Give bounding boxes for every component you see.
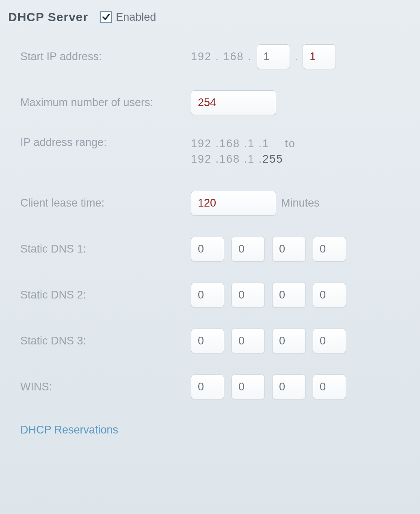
- dns1-octet3-input[interactable]: [272, 237, 305, 261]
- enabled-checkbox-group: Enabled: [100, 11, 156, 24]
- max-users-label: Maximum number of users:: [20, 96, 191, 109]
- max-users-input[interactable]: [191, 90, 276, 115]
- dns2-octet3-input[interactable]: [272, 283, 305, 307]
- ip-range-label: IP address range:: [20, 136, 191, 149]
- lease-time-label: Client lease time:: [20, 197, 191, 209]
- dns1-label: Static DNS 1:: [20, 243, 191, 255]
- dns1-octet4-input[interactable]: [313, 237, 346, 261]
- enabled-checkbox[interactable]: [100, 11, 112, 23]
- lease-time-input[interactable]: [191, 191, 276, 216]
- dns2-octet4-input[interactable]: [313, 283, 346, 307]
- wins-octet2-input[interactable]: [232, 375, 265, 399]
- lease-time-unit: Minutes: [281, 197, 320, 209]
- start-ip-octet4-input[interactable]: [303, 44, 336, 69]
- dns1-octet2-input[interactable]: [232, 237, 265, 261]
- dns3-label: Static DNS 3:: [20, 335, 191, 347]
- checkmark-icon: [102, 13, 110, 22]
- wins-label: WINS:: [20, 381, 191, 393]
- start-ip-octet3-input[interactable]: [257, 44, 290, 69]
- dns1-octet1-input[interactable]: [191, 237, 224, 261]
- ip-range-from: 192 .168 .1 .1 to: [191, 136, 296, 152]
- ip-range-to: 192 .168 .1 .255: [191, 152, 296, 167]
- dns3-octet4-input[interactable]: [313, 329, 346, 353]
- dns3-octet2-input[interactable]: [232, 329, 265, 353]
- start-ip-label: Start IP address:: [20, 50, 191, 63]
- section-title: DHCP Server: [8, 10, 88, 24]
- dns3-octet1-input[interactable]: [191, 329, 224, 353]
- ip-dot: .: [295, 50, 298, 63]
- dns3-octet3-input[interactable]: [272, 329, 305, 353]
- enabled-label: Enabled: [116, 11, 156, 24]
- start-ip-prefix: 192 . 168 .: [191, 50, 252, 63]
- wins-octet3-input[interactable]: [272, 375, 305, 399]
- wins-octet4-input[interactable]: [313, 375, 346, 399]
- dhcp-reservations-link[interactable]: DHCP Reservations: [20, 424, 118, 436]
- dns2-octet2-input[interactable]: [232, 283, 265, 307]
- dns2-label: Static DNS 2:: [20, 289, 191, 301]
- dns2-octet1-input[interactable]: [191, 283, 224, 307]
- wins-octet1-input[interactable]: [191, 375, 224, 399]
